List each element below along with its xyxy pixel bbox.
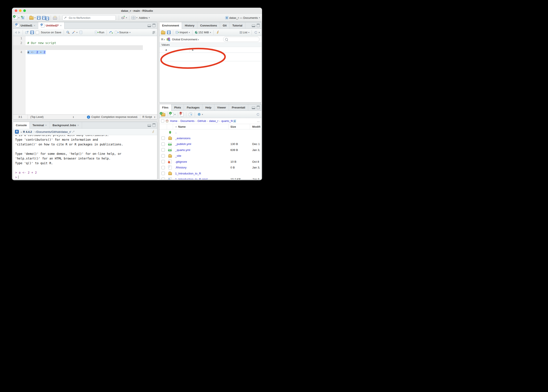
console-output[interactable]: R is a collaborative project with many c… <box>13 135 157 179</box>
file-row-up[interactable]: .. <box>159 129 261 135</box>
new-blank-file-button[interactable] <box>170 112 176 116</box>
run-button[interactable]: Run <box>95 31 105 34</box>
minimize-pane-icon[interactable] <box>148 124 151 127</box>
environment-selector[interactable]: Global Environment <box>172 38 199 41</box>
file-checkbox[interactable] <box>162 136 165 140</box>
back-icon[interactable] <box>15 31 17 34</box>
find-replace-icon[interactable] <box>66 30 70 34</box>
column-header-modified[interactable]: Modifi <box>250 124 261 129</box>
close-tab-icon[interactable] <box>45 124 47 127</box>
save-button[interactable] <box>37 16 41 20</box>
document-outline-icon[interactable] <box>152 31 155 34</box>
close-tab-icon[interactable] <box>60 24 62 27</box>
home-icon[interactable] <box>165 119 169 123</box>
more-file-commands-button[interactable] <box>197 112 203 116</box>
environment-search-input[interactable] <box>229 38 253 41</box>
save-all-button[interactable] <box>42 16 49 20</box>
save-source-icon[interactable] <box>30 30 34 34</box>
goto-file-input[interactable] <box>68 16 105 20</box>
maximize-pane-icon[interactable] <box>153 24 155 27</box>
close-tab-icon[interactable] <box>77 124 79 127</box>
tab-tutorial[interactable]: Tutorial <box>230 22 245 29</box>
tab-connections[interactable]: Connections <box>197 22 220 29</box>
minimize-pane-icon[interactable] <box>252 106 255 109</box>
file-checkbox[interactable] <box>162 142 165 146</box>
forward-icon[interactable] <box>18 31 20 34</box>
tab-terminal[interactable]: Terminal <box>30 122 50 128</box>
refresh-files-icon[interactable] <box>256 113 260 116</box>
clear-environment-icon[interactable] <box>216 30 220 34</box>
import-dataset-button[interactable]: Import <box>176 31 190 34</box>
tab-viewer[interactable]: Viewer <box>214 104 229 111</box>
file-row[interactable]: 1_Introduction_to_R.qmd 10.2 KB Jan 3 <box>159 176 261 179</box>
close-tab-icon[interactable] <box>34 24 35 27</box>
console-language-dropdown[interactable] <box>20 130 22 134</box>
breadcrumb-documents[interactable]: Documents <box>181 119 195 123</box>
breadcrumb-home[interactable]: Home <box>170 119 177 123</box>
file-checkbox[interactable] <box>162 160 165 163</box>
minimize-pane-icon[interactable] <box>252 25 255 27</box>
tab-history[interactable]: History <box>182 22 197 29</box>
file-row[interactable]: _extensions <box>159 135 261 141</box>
code-tools-button[interactable] <box>71 30 77 34</box>
tab-environment[interactable]: Environment <box>159 22 182 29</box>
file-row[interactable]: .Rhistory 0 B Jan 3, <box>159 165 261 171</box>
source-on-save-checkbox[interactable] <box>36 31 39 34</box>
tab-git[interactable]: Git <box>220 22 230 29</box>
tab-help[interactable]: Help <box>203 104 214 111</box>
git-button[interactable]: G+− <box>121 16 127 20</box>
file-checkbox[interactable] <box>162 154 165 158</box>
goto-directory-icon[interactable] <box>72 130 75 133</box>
scope-selector[interactable]: (Top Level) <box>28 115 76 119</box>
file-checkbox[interactable] <box>162 178 165 179</box>
rerun-button[interactable] <box>109 31 113 34</box>
zoom-window-button[interactable] <box>23 9 26 12</box>
print-button[interactable] <box>53 16 57 20</box>
file-checkbox[interactable] <box>162 166 165 169</box>
tab-presentation[interactable]: Presentati <box>229 104 248 111</box>
save-workspace-icon[interactable] <box>167 30 171 34</box>
refresh-environment-button[interactable] <box>254 31 260 34</box>
column-header-name[interactable]: Name <box>173 124 229 129</box>
new-project-button[interactable]: R + <box>21 16 25 20</box>
project-selector[interactable]: R datax_r — Documents <box>225 16 260 20</box>
tab-background-jobs[interactable]: Background Jobs <box>50 122 82 128</box>
maximize-pane-icon[interactable] <box>257 106 260 109</box>
clear-console-icon[interactable] <box>151 130 155 134</box>
filetype-selector[interactable]: R Script <box>140 115 157 119</box>
compile-report-icon[interactable] <box>79 30 82 34</box>
load-workspace-icon[interactable] <box>161 31 165 34</box>
breadcrumb-quarto-files[interactable]: quarto_fil <box>221 119 232 123</box>
file-row[interactable]: _site <box>159 153 261 159</box>
tab-plots[interactable]: Plots <box>171 104 184 111</box>
environment-entry-a[interactable]: a 4 <box>159 47 261 53</box>
pane-layout-button[interactable] <box>132 16 138 19</box>
file-row[interactable]: .gitignore 10 B Oct 8 <box>159 159 261 165</box>
new-file-button[interactable] <box>14 16 20 20</box>
open-in-window-icon[interactable] <box>25 31 29 34</box>
minimize-pane-icon[interactable] <box>148 25 151 27</box>
maximize-pane-icon[interactable] <box>257 24 260 27</box>
breadcrumb-overflow[interactable]: … <box>257 119 260 123</box>
file-checkbox[interactable] <box>162 172 165 175</box>
file-row[interactable]: _quarto.yml 639 B Jan 3, <box>159 147 261 153</box>
code-editor[interactable]: 1 2 3 4 # Our new script a <- 2 + 2 <box>13 36 157 114</box>
goto-file-box[interactable] <box>62 15 116 21</box>
tab-packages[interactable]: Packages <box>184 104 203 111</box>
maximize-pane-icon[interactable] <box>153 123 155 127</box>
minimize-window-button[interactable] <box>19 9 21 12</box>
open-file-button[interactable] <box>29 16 36 20</box>
list-view-button[interactable]: List <box>239 31 249 34</box>
source-button[interactable]: Source <box>115 31 130 34</box>
column-header-size[interactable]: Size <box>229 124 250 129</box>
new-folder-icon[interactable] <box>161 113 165 116</box>
close-window-button[interactable] <box>15 9 17 12</box>
environment-search-box[interactable] <box>223 37 260 42</box>
file-checkbox[interactable] <box>162 148 165 152</box>
tab-untitled1[interactable]: Untitled1 <box>13 22 38 29</box>
breadcrumb-github[interactable]: GitHub <box>197 119 206 123</box>
addins-button[interactable]: Addins <box>139 16 150 19</box>
tab-console[interactable]: Console <box>13 122 30 128</box>
breadcrumb-datax-r[interactable]: datax_r <box>209 119 218 123</box>
delete-file-icon[interactable]: × <box>181 112 184 116</box>
